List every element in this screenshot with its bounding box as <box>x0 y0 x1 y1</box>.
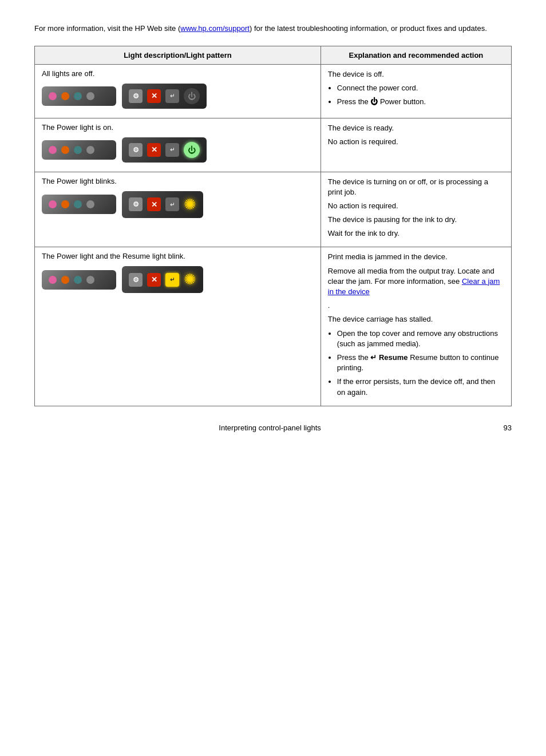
light-label: All lights are off. <box>42 69 314 78</box>
device-image: ⚙✕↵⏻ <box>42 137 314 163</box>
explanation-cell: The device is off.Connect the power cord… <box>321 64 511 118</box>
status-dot <box>74 276 82 284</box>
status-dot <box>61 200 69 208</box>
table-row: The Power light and the Resume light bli… <box>35 247 512 406</box>
status-dot <box>74 200 82 208</box>
explanation-text: The device carriage has stalled. <box>328 314 504 324</box>
col-header-light: Light description/Light pattern <box>35 46 321 64</box>
status-dot <box>49 92 57 100</box>
intro-paragraph: For more information, visit the HP Web s… <box>34 23 512 34</box>
explanation-text: The device is ready. <box>328 123 504 133</box>
resume-button-icon: ↵ <box>165 197 179 211</box>
power-symbol: ⏻ <box>370 97 378 106</box>
device-image: ⚙✕↵✺ <box>42 266 314 293</box>
wrench-button-icon: ⚙ <box>129 89 143 103</box>
table-row: All lights are off.⚙✕↵⏻The device is off… <box>35 64 512 118</box>
cancel-button-icon: ✕ <box>147 273 161 287</box>
device-image: ⚙✕↵⏻ <box>42 84 314 109</box>
explanation-text: Wait for the ink to dry. <box>328 228 504 239</box>
device-right-panel: ⚙✕↵✺ <box>122 191 203 218</box>
explanation-text: The device is off. <box>328 69 504 80</box>
explanation-text: The device is turning on or off, or is p… <box>328 177 504 197</box>
wrench-button-icon: ⚙ <box>129 143 143 157</box>
status-dot <box>49 276 57 284</box>
explanation-text: No action is required. <box>328 137 504 147</box>
explanation-bullet-resume: Press the ↵ Resume Resume button to cont… <box>337 353 504 373</box>
light-label: The Power light blinks. <box>42 177 314 185</box>
resume-bold: Resume <box>379 353 408 362</box>
power-button-icon: ⏻ <box>184 88 200 104</box>
device-image: ⚙✕↵✺ <box>42 191 314 218</box>
light-label: The Power light and the Resume light bli… <box>42 252 314 260</box>
col2-header-text: Explanation and recommended action <box>349 51 484 60</box>
explanation-bullet: If the error persists, turn the device o… <box>337 377 504 397</box>
footer-left <box>34 423 37 432</box>
power-button-icon: ✺ <box>184 196 196 213</box>
light-description-table: Light description/Light pattern Explanat… <box>34 46 512 406</box>
cancel-button-icon: ✕ <box>147 143 161 157</box>
explanation-text: The device is pausing for the ink to dry… <box>328 215 504 225</box>
cancel-button-icon: ✕ <box>147 197 161 211</box>
jam-link[interactable]: Clear a jam in the device <box>328 277 500 296</box>
explanation-bullet-icon: Press the ⏻ Power button. <box>337 97 504 107</box>
light-description-cell: The Power light blinks.⚙✕↵✺ <box>35 172 321 247</box>
explanation-text: Remove all media from the output tray. L… <box>328 266 504 298</box>
footer-page-number: 93 <box>504 423 512 432</box>
page-footer: Interpreting control-panel lights 93 <box>34 423 512 432</box>
explanation-text: . <box>328 300 504 311</box>
status-dot <box>61 92 69 100</box>
resume-button-icon: ↵ <box>165 273 179 287</box>
light-description-cell: The Power light is on.⚙✕↵⏻ <box>35 118 321 172</box>
intro-text2: ) for the latest troubleshooting informa… <box>250 24 487 33</box>
explanation-text: No action is required. <box>328 201 504 211</box>
explanation-bullet: Open the top cover and remove any obstru… <box>337 328 504 349</box>
table-row: The Power light is on.⚙✕↵⏻The device is … <box>35 118 512 172</box>
status-dot <box>49 200 57 208</box>
explanation-cell: The device is ready.No action is require… <box>321 118 511 172</box>
power-button-icon: ✺ <box>184 271 196 288</box>
device-right-panel: ⚙✕↵⏻ <box>122 137 207 163</box>
explanation-text: Print media is jammed in the device. <box>328 252 504 262</box>
device-right-panel: ⚙✕↵⏻ <box>122 84 207 109</box>
device-left-panel <box>42 270 116 290</box>
footer-center: Interpreting control-panel lights <box>219 423 321 432</box>
device-right-panel: ⚙✕↵✺ <box>122 266 203 293</box>
hp-support-link[interactable]: www.hp.com/support <box>180 24 250 33</box>
col1-header-text: Light description/Light pattern <box>124 51 232 60</box>
status-dot <box>74 146 82 154</box>
wrench-button-icon: ⚙ <box>129 197 143 211</box>
wrench-button-icon: ⚙ <box>129 273 143 287</box>
resume-button-icon: ↵ <box>165 89 179 103</box>
status-dot <box>61 276 69 284</box>
cancel-button-icon: ✕ <box>147 89 161 103</box>
explanation-cell: The device is turning on or off, or is p… <box>321 172 511 247</box>
status-dot <box>61 146 69 154</box>
status-dot <box>86 146 94 154</box>
status-dot <box>86 276 94 284</box>
status-dot <box>74 92 82 100</box>
light-label: The Power light is on. <box>42 123 314 132</box>
explanation-bullet: Connect the power cord. <box>337 83 504 93</box>
status-dot <box>49 146 57 154</box>
device-left-panel <box>42 86 116 106</box>
light-description-cell: All lights are off.⚙✕↵⏻ <box>35 64 321 118</box>
device-left-panel <box>42 195 116 214</box>
power-button-icon: ⏻ <box>184 142 200 158</box>
table-row: The Power light blinks.⚙✕↵✺The device is… <box>35 172 512 247</box>
resume-button-icon: ↵ <box>165 143 179 157</box>
status-dot <box>86 200 94 208</box>
status-dot <box>86 92 94 100</box>
col-header-explain: Explanation and recommended action <box>321 46 511 64</box>
device-left-panel <box>42 140 116 160</box>
light-description-cell: The Power light and the Resume light bli… <box>35 247 321 406</box>
resume-symbol: ↵ <box>370 353 377 362</box>
intro-text1: For more information, visit the HP Web s… <box>34 24 180 33</box>
explanation-cell: Print media is jammed in the device.Remo… <box>321 247 511 406</box>
